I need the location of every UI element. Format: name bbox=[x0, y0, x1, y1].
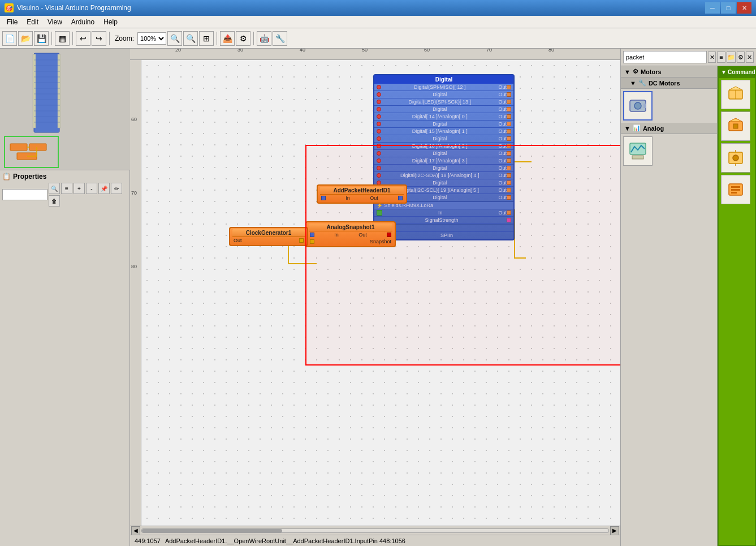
clock-generator-node[interactable]: ClockGenerator1 Out bbox=[229, 227, 308, 246]
menu-help[interactable]: Help bbox=[99, 17, 122, 27]
prop-filter-btn[interactable]: ≡ bbox=[61, 183, 72, 194]
properties-search-input[interactable] bbox=[2, 189, 47, 200]
port-right-12[interactable] bbox=[507, 85, 511, 89]
compile-button[interactable]: ⚙ bbox=[236, 31, 250, 46]
port-right-13[interactable] bbox=[507, 100, 511, 104]
port-left-12[interactable] bbox=[377, 85, 381, 89]
redo-button[interactable]: ↪ bbox=[92, 31, 106, 46]
minimize-button[interactable]: ─ bbox=[705, 2, 720, 14]
svg-rect-39 bbox=[731, 186, 740, 188]
menu-file[interactable]: File bbox=[2, 17, 22, 27]
prop-search-btn[interactable]: 🔍 bbox=[49, 183, 60, 194]
scroll-left-btn[interactable]: ◀ bbox=[131, 526, 140, 535]
lora-out-port[interactable] bbox=[507, 210, 511, 215]
component-search-input[interactable] bbox=[623, 51, 707, 63]
clock-out-port[interactable] bbox=[299, 238, 304, 243]
port-right-a3[interactable] bbox=[507, 158, 511, 163]
analog-snapshot-node[interactable]: AnalogSnapshot1 In Out Snapshot bbox=[305, 221, 396, 247]
settings-button[interactable]: 🔧 bbox=[273, 31, 287, 46]
port-right-da1[interactable] bbox=[507, 136, 511, 141]
zoom-in-button[interactable]: 🔍 bbox=[167, 31, 182, 46]
maximize-button[interactable]: □ bbox=[721, 2, 736, 14]
command-item-2[interactable] bbox=[721, 111, 750, 141]
port-left-d2[interactable] bbox=[377, 107, 381, 111]
menu-view[interactable]: View bbox=[43, 17, 67, 27]
signal-port[interactable] bbox=[507, 218, 511, 222]
grid-button[interactable]: ▦ bbox=[55, 31, 70, 46]
search-options-btn[interactable]: ≡ bbox=[717, 51, 725, 63]
save-button[interactable]: 💾 bbox=[34, 31, 49, 46]
arduino-icon-btn[interactable]: 🤖 bbox=[257, 31, 271, 46]
scrollbar-horizontal[interactable]: ◀ ▶ bbox=[130, 526, 620, 535]
port-left-a4[interactable] bbox=[377, 173, 381, 178]
motors-section-header[interactable]: ▼ ⚙ Motors bbox=[621, 66, 717, 78]
menu-arduino[interactable]: Arduino bbox=[67, 17, 99, 27]
port-left-a2[interactable] bbox=[377, 144, 381, 148]
port-right-d1[interactable] bbox=[507, 92, 511, 97]
zoom-fit-button[interactable]: ⊞ bbox=[199, 31, 214, 46]
scrollbar-track[interactable] bbox=[141, 528, 609, 533]
command-item-3[interactable] bbox=[721, 143, 750, 173]
prop-edit-btn[interactable]: ✏ bbox=[111, 183, 122, 194]
port-left-da2[interactable] bbox=[377, 151, 381, 156]
port-right-da3[interactable] bbox=[507, 166, 511, 170]
search-filter-btn[interactable]: 📁 bbox=[727, 51, 736, 63]
search-clear-btn[interactable]: ✕ bbox=[708, 51, 716, 63]
prop-delete-btn[interactable]: 🗑 bbox=[49, 195, 60, 207]
analog-in-port[interactable] bbox=[310, 233, 314, 237]
scroll-right-btn[interactable]: ▶ bbox=[610, 526, 619, 535]
port-right-da5[interactable] bbox=[507, 195, 511, 200]
zoom-select[interactable]: 100% 50% 75% 125% 150% bbox=[137, 32, 166, 45]
command-item-4[interactable] bbox=[721, 175, 750, 204]
packet-out-port[interactable] bbox=[398, 196, 403, 200]
analog-item-1[interactable] bbox=[623, 136, 653, 166]
port-left-da3[interactable] bbox=[377, 166, 381, 170]
port-left-a3[interactable] bbox=[377, 158, 381, 163]
zoom-label: Zoom: bbox=[115, 35, 134, 42]
analog-in-label: In bbox=[334, 232, 339, 238]
port-left-a0[interactable] bbox=[377, 114, 381, 119]
port-right-da2[interactable] bbox=[507, 151, 511, 156]
undo-button[interactable]: ↩ bbox=[76, 31, 90, 46]
dc-motor-item-1[interactable] bbox=[623, 91, 653, 121]
port-right-a2[interactable] bbox=[507, 144, 511, 148]
port-right-d2[interactable] bbox=[507, 107, 511, 111]
packet-header-title: AddPacketHeaderID1 bbox=[320, 187, 404, 195]
port-right-a4[interactable] bbox=[507, 173, 511, 178]
search-close-btn[interactable]: ✕ bbox=[746, 51, 754, 63]
port-right-a1[interactable] bbox=[507, 129, 511, 134]
port-right-a5[interactable] bbox=[507, 188, 511, 192]
commands-header: ▼ Commands bbox=[719, 67, 755, 78]
zoom-out-button[interactable]: 🔍 bbox=[183, 31, 198, 46]
port-right-da4[interactable] bbox=[507, 180, 511, 185]
port-left-13[interactable] bbox=[377, 100, 381, 104]
commands-label: Commands bbox=[728, 69, 756, 75]
open-button[interactable]: 📂 bbox=[18, 31, 33, 46]
analog-out-port[interactable] bbox=[387, 233, 391, 237]
port-left-a1[interactable] bbox=[377, 129, 381, 134]
menu-edit[interactable]: Edit bbox=[22, 17, 43, 27]
analog-section-header[interactable]: ▼ 📊 Analog bbox=[621, 123, 717, 134]
upload-button[interactable]: 📤 bbox=[220, 31, 235, 46]
port-right-da0[interactable] bbox=[507, 122, 511, 126]
command-item-1[interactable] bbox=[721, 80, 750, 109]
prop-expand-btn[interactable]: + bbox=[74, 183, 85, 194]
dc-motors-section-header[interactable]: ▼ 🔧 DC Motors bbox=[621, 78, 717, 89]
packet-in-port[interactable] bbox=[321, 196, 326, 200]
new-button[interactable]: 📄 bbox=[2, 31, 17, 46]
port-left-da0[interactable] bbox=[377, 122, 381, 126]
lora-in-port[interactable] bbox=[377, 210, 382, 216]
scrollbar-thumb[interactable] bbox=[142, 529, 282, 532]
close-button[interactable]: ✕ bbox=[737, 2, 751, 14]
add-packet-header-node[interactable]: AddPacketHeaderID1 In Out bbox=[317, 184, 407, 204]
prop-pin-btn[interactable]: 📌 bbox=[98, 183, 110, 194]
prop-collapse-btn[interactable]: - bbox=[86, 183, 97, 194]
search-settings-btn[interactable]: ⚙ bbox=[737, 51, 745, 63]
port-left-da1[interactable] bbox=[377, 136, 381, 141]
port-left-d1[interactable] bbox=[377, 92, 381, 97]
arduino-board-node[interactable]: Digital Digital(SPI-MISO)[ 12 ] Out Digi… bbox=[373, 74, 515, 240]
analog-snapshot-port[interactable] bbox=[310, 239, 314, 244]
canvas-content[interactable]: 60 70 80 Digital bbox=[130, 60, 620, 526]
dc-motor-icon-1 bbox=[628, 96, 648, 116]
port-right-a0[interactable] bbox=[507, 114, 511, 119]
